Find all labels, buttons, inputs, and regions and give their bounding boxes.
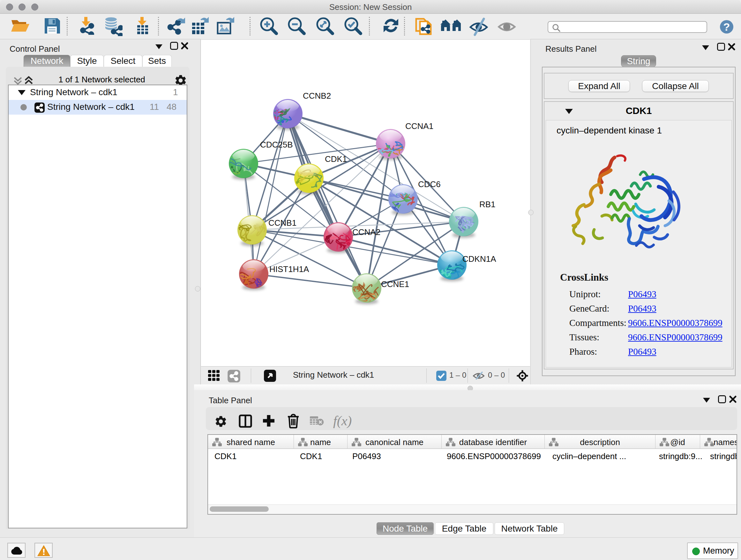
svg-text:CDC25B: CDC25B xyxy=(260,140,293,149)
svg-text:CCNB2: CCNB2 xyxy=(303,91,331,101)
svg-text:CCNA1: CCNA1 xyxy=(405,121,433,131)
svg-text:CDK1: CDK1 xyxy=(325,154,347,164)
svg-text:CCNE1: CCNE1 xyxy=(381,279,409,289)
svg-text:HIST1H1A: HIST1H1A xyxy=(269,264,309,274)
svg-text:CDC6: CDC6 xyxy=(418,179,441,189)
svg-text:RB1: RB1 xyxy=(479,199,495,209)
svg-text:CDKN1A: CDKN1A xyxy=(462,254,496,264)
svg-text:CCNA2: CCNA2 xyxy=(352,227,381,237)
svg-text:CCNB1: CCNB1 xyxy=(268,218,296,228)
